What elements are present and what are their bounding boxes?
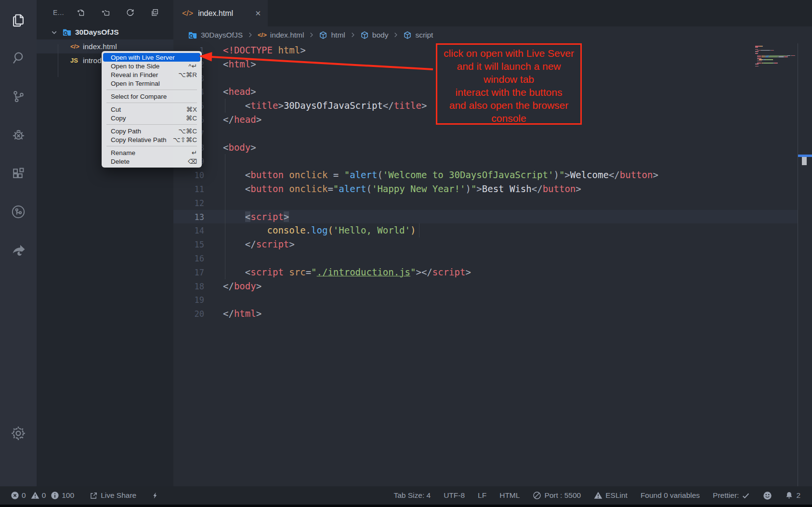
menu-item-copy-path[interactable]: Copy Path⌥⌘C: [102, 127, 202, 135]
activitybar-item-manage[interactable]: [0, 414, 37, 453]
menu-item-open-in-terminal[interactable]: Open in Terminal: [102, 79, 202, 88]
status-item-eol[interactable]: LF: [478, 491, 486, 500]
line-number: 11: [173, 182, 204, 196]
menu-item-shortcut: ⌫: [188, 157, 197, 165]
status-item-problems-warnings[interactable]: 0: [31, 491, 46, 500]
code-line-20[interactable]: 20</html>: [173, 307, 798, 321]
new-folder-icon[interactable]: [101, 8, 110, 17]
code-line-16[interactable]: 16: [173, 251, 798, 265]
status-item-notifications[interactable]: 2: [785, 491, 800, 500]
breadcrumb-item-html[interactable]: html: [319, 31, 345, 39]
activitybar-item-files[interactable]: [0, 0, 37, 39]
scrollbar[interactable]: [798, 43, 812, 486]
status-item-language-mode[interactable]: HTML: [499, 491, 520, 500]
menu-item-label: Reveal in Finder: [111, 71, 178, 78]
code-line-12[interactable]: 12: [173, 196, 798, 210]
line-number: 19: [173, 293, 204, 307]
status-bar: 00100Live Share Tab Size: 4UTF-8LFHTMLPo…: [0, 486, 812, 505]
status-item-encoding[interactable]: UTF-8: [444, 491, 465, 500]
breadcrumb-item-index-html[interactable]: </>index.html: [258, 31, 304, 39]
code-line-11[interactable]: 11 <button onclick="alert('Happy New Yea…: [173, 182, 798, 196]
line-content: [204, 294, 223, 305]
status-item-variables[interactable]: Found 0 variables: [641, 491, 700, 500]
activitybar-item-share-feedback[interactable]: [0, 231, 37, 270]
gear-icon: [10, 425, 26, 442]
annotation-line: console: [437, 112, 580, 125]
vscode-window: E… 30DaysOfJS </>index.htmlJSintroductio…: [0, 0, 812, 507]
line-number: 15: [173, 238, 204, 252]
status-item-live-share[interactable]: Live Share: [90, 491, 136, 500]
tab-index-html[interactable]: </> index.html ✕: [173, 0, 268, 26]
sidebar-indent-guide: [58, 44, 58, 77]
activitybar-item-extensions[interactable]: [0, 154, 37, 193]
code-line-14[interactable]: 14 console.log('Hello, World'): [173, 223, 798, 237]
menu-separator: [106, 90, 197, 90]
line-content: </script>: [204, 239, 295, 249]
line-content: <head>: [204, 86, 256, 97]
refresh-icon[interactable]: [126, 8, 134, 17]
minimap[interactable]: [755, 46, 797, 67]
status-item-prettier[interactable]: Prettier:: [713, 491, 750, 500]
menu-item-delete[interactable]: Delete⌫: [102, 157, 202, 166]
share-feedback-icon: [11, 243, 26, 259]
collapse-all-icon[interactable]: [150, 8, 159, 17]
status-item-problems-infos[interactable]: 100: [51, 491, 74, 500]
menu-item-open-with-live-server[interactable]: Open with Live Server: [103, 53, 200, 62]
menu-item-label: Open in Terminal: [111, 80, 197, 87]
activitybar-item-live-share-circle[interactable]: [0, 193, 37, 231]
code-line-9[interactable]: 9: [173, 154, 798, 168]
menu-item-shortcut: ⌘X: [186, 105, 197, 113]
chevron-right-icon: [308, 31, 315, 39]
chevron-down-icon: [50, 28, 58, 37]
line-content: console.log('Hello, World'): [204, 225, 416, 235]
explorer-toolbar: [77, 8, 159, 17]
status-item-feedback-smiley[interactable]: [763, 491, 772, 500]
new-file-icon[interactable]: [77, 8, 85, 17]
menu-item-rename[interactable]: Rename↵: [102, 148, 202, 157]
breadcrumb-item-script[interactable]: script: [403, 31, 433, 39]
breadcrumb-label: script: [415, 31, 433, 39]
code-line-19[interactable]: 19: [173, 293, 798, 307]
menu-item-label: Cut: [111, 106, 186, 113]
line-content: <script src="./introduction.js"></script…: [204, 267, 471, 277]
annotation-line: click on open with Live Sever: [437, 47, 580, 60]
line-content: <button onclick="alert('Happy New Year!'…: [204, 183, 581, 194]
menu-item-label: Open to the Side: [111, 63, 188, 70]
code-line-8[interactable]: 8<body>: [173, 141, 798, 155]
menu-item-select-for-compare[interactable]: Select for Compare: [102, 92, 202, 101]
code-line-13[interactable]: 13 <script>: [173, 210, 798, 224]
status-item-port[interactable]: Port : 5500: [533, 491, 581, 500]
status-item-eslint[interactable]: ESLint: [594, 491, 628, 500]
breadcrumb-item-30daysofjs[interactable]: 30DaysOfJS: [188, 30, 243, 40]
menu-item-copy-relative-path[interactable]: Copy Relative Path⌥⇧⌘C: [102, 135, 202, 144]
code-line-17[interactable]: 17 <script src="./introduction.js"></scr…: [173, 265, 798, 279]
menu-item-open-to-the-side[interactable]: Open to the Side^↵: [102, 62, 202, 70]
status-item-tab-size[interactable]: Tab Size: 4: [393, 491, 431, 500]
breadcrumb-label: html: [331, 31, 345, 39]
html-file-icon: </>: [182, 9, 193, 18]
annotation-box: click on open with Live Severand it will…: [436, 43, 582, 125]
folder-row-30daysofjs[interactable]: 30DaysOfJS: [37, 25, 173, 39]
menu-item-copy[interactable]: Copy⌘C: [102, 114, 202, 122]
menu-item-cut[interactable]: Cut⌘X: [102, 105, 202, 114]
activitybar-item-debug[interactable]: [0, 116, 37, 154]
line-content: [204, 197, 223, 208]
menu-item-label: Delete: [111, 158, 188, 165]
menu-separator: [106, 103, 197, 103]
code-line-7[interactable]: 7: [173, 127, 798, 141]
code-line-10[interactable]: 10 <button onclick = "alert('Welcome to …: [173, 168, 798, 182]
breadcrumb-item-body[interactable]: body: [360, 31, 389, 39]
code-line-15[interactable]: 15 </script>: [173, 237, 798, 251]
menu-item-label: Rename: [111, 149, 192, 156]
menu-item-reveal-in-finder[interactable]: Reveal in Finder⌥⌘R: [102, 70, 202, 79]
activitybar-item-search[interactable]: [0, 39, 37, 77]
activitybar-item-source-control[interactable]: [0, 77, 37, 116]
port-slash-icon: [533, 491, 541, 500]
status-item-bolt[interactable]: [152, 491, 158, 500]
tab-close-icon[interactable]: ✕: [255, 9, 261, 18]
html-file-icon: </>: [70, 43, 83, 50]
status-item-problems-errors[interactable]: 0: [11, 491, 26, 500]
scrollbar-thumb[interactable]: [802, 157, 807, 165]
cube-icon: [403, 31, 412, 39]
code-line-18[interactable]: 18</body>: [173, 279, 798, 293]
